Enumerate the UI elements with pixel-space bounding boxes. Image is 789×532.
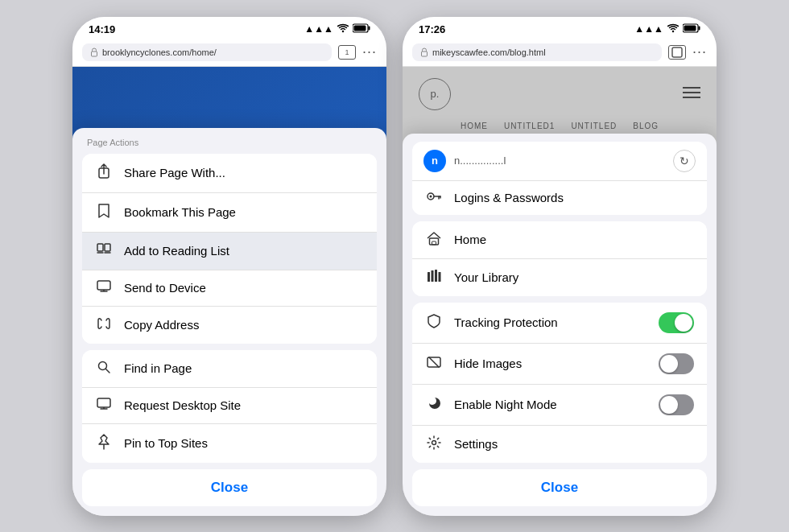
left-close-button[interactable]: Close (82, 469, 377, 506)
right-close-button[interactable]: Close (412, 469, 707, 506)
tab-icon[interactable]: 1 (338, 45, 356, 60)
bookmark-item[interactable]: Bookmark This Page (82, 193, 377, 233)
svg-rect-2 (354, 25, 366, 31)
modal-divider (72, 344, 386, 350)
left-time: 14:19 (89, 23, 115, 35)
battery-icon (353, 23, 370, 35)
right-lock-icon (420, 47, 428, 57)
left-status-bar: 14:19 ▲▲▲ (72, 17, 386, 39)
nav-untitled[interactable]: UNTITLED (571, 122, 617, 130)
right-browser-bar: mikeyscawfee.com/blog.html ··· (403, 39, 717, 67)
menu-dots[interactable]: ··· (362, 43, 377, 60)
night-mode-icon (425, 396, 443, 414)
night-mode-knob (660, 396, 678, 414)
copy-address-label: Copy Address (124, 318, 199, 332)
account-section: n n...............l ↻ Logins (412, 142, 707, 215)
hamburger-icon[interactable] (683, 85, 700, 103)
account-email: n...............l (454, 155, 665, 167)
signal-icon: ▲▲▲ (304, 23, 333, 35)
right-status-icons: ▲▲▲ (634, 23, 700, 35)
toggles-section: Tracking Protection Hide Images (412, 303, 707, 463)
svg-rect-6 (105, 244, 110, 251)
right-status-bar: 17:26 ▲▲▲ (403, 17, 717, 39)
svg-rect-34 (435, 270, 437, 282)
right-menu-dots[interactable]: ··· (692, 43, 707, 60)
svg-rect-33 (432, 270, 434, 282)
right-signal-icon: ▲▲▲ (634, 23, 663, 35)
svg-rect-14 (97, 398, 110, 407)
svg-point-38 (432, 440, 436, 444)
find-page-item[interactable]: Find in Page (82, 350, 377, 388)
home-library-section: Home Your Library (412, 221, 707, 296)
svg-rect-1 (369, 26, 370, 30)
night-mode-item[interactable]: Enable Night Mode (412, 385, 707, 426)
right-modal: n n...............l ↻ Logins (403, 134, 717, 516)
reading-list-item[interactable]: Add to Reading List (82, 233, 377, 270)
reading-list-label: Add to Reading List (124, 244, 229, 258)
library-label: Your Library (454, 270, 694, 284)
svg-rect-20 (422, 52, 428, 56)
home-item[interactable]: Home (412, 221, 707, 259)
sync-icon[interactable]: ↻ (673, 150, 696, 172)
svg-rect-35 (439, 272, 441, 282)
tracking-knob (675, 314, 692, 332)
pin-sites-item[interactable]: Pin to Top Sites (82, 424, 377, 463)
tracking-toggle[interactable] (659, 312, 694, 333)
right-page-content: p. HOME UNTITLED1 UNTITLED BLOG (403, 67, 717, 516)
svg-rect-3 (92, 52, 97, 56)
hide-images-icon (425, 355, 443, 373)
send-device-label: Send to Device (124, 281, 206, 295)
logins-icon (425, 191, 443, 205)
tracking-protection-item[interactable]: Tracking Protection (412, 303, 707, 344)
send-device-item[interactable]: Send to Device (82, 270, 377, 307)
svg-rect-32 (428, 272, 430, 282)
right-battery-icon (683, 23, 700, 35)
hide-images-toggle[interactable] (659, 353, 694, 374)
desktop-site-label: Request Desktop Site (124, 398, 241, 412)
nav-untitled1[interactable]: UNTITLED1 (504, 122, 555, 130)
left-status-icons: ▲▲▲ (304, 23, 370, 35)
pin-icon (95, 434, 113, 453)
modal-list-2: Find in Page Request Desktop Site (82, 350, 377, 463)
modal-list-1: Share Page With... Bookmark This Page (82, 154, 377, 344)
svg-rect-18 (699, 26, 700, 30)
home-icon (425, 231, 443, 249)
night-mode-label: Enable Night Mode (454, 398, 647, 411)
hide-images-label: Hide Images (454, 357, 647, 370)
right-url-bar[interactable]: mikeyscawfee.com/blog.html (412, 43, 662, 61)
copy-address-item[interactable]: Copy Address (82, 307, 377, 344)
right-tab-icon[interactable] (668, 45, 686, 60)
share-page-item[interactable]: Share Page With... (82, 154, 377, 193)
bookmark-label: Bookmark This Page (124, 205, 236, 219)
settings-icon (425, 435, 443, 453)
bookmark-icon (95, 203, 113, 222)
settings-item[interactable]: Settings (412, 426, 707, 463)
library-icon (425, 269, 443, 287)
hide-images-knob (660, 355, 678, 373)
night-mode-toggle[interactable] (659, 394, 694, 415)
right-time: 17:26 (419, 23, 445, 35)
page-actions-modal: Page Actions Share Page With... (72, 128, 386, 516)
lock-icon (90, 47, 98, 57)
library-item[interactable]: Your Library (412, 259, 707, 296)
desktop-site-item[interactable]: Request Desktop Site (82, 388, 377, 424)
logins-passwords-item[interactable]: Logins & Passwords (412, 181, 707, 215)
home-label: Home (454, 233, 694, 246)
left-browser-bar: brooklyncyclones.com/home/ 1 ··· (72, 39, 386, 67)
nav-blog[interactable]: BLOG (633, 122, 659, 130)
svg-rect-9 (97, 281, 110, 290)
reading-icon (95, 242, 113, 260)
find-icon (95, 360, 113, 377)
hide-images-item[interactable]: Hide Images (412, 344, 707, 385)
left-url-text: brooklyncyclones.com/home/ (102, 47, 324, 57)
left-phone: 14:19 ▲▲▲ (72, 17, 386, 516)
share-icon (95, 163, 113, 183)
find-page-label: Find in Page (124, 361, 192, 375)
account-row[interactable]: n n...............l ↻ (412, 142, 707, 181)
nav-home[interactable]: HOME (461, 122, 488, 130)
scawfee-nav-links: HOME UNTITLED1 UNTITLED BLOG (419, 122, 700, 130)
svg-rect-19 (684, 25, 696, 31)
tracking-icon (425, 314, 443, 332)
copy-icon (95, 316, 113, 334)
left-url-bar[interactable]: brooklyncyclones.com/home/ (82, 43, 332, 61)
